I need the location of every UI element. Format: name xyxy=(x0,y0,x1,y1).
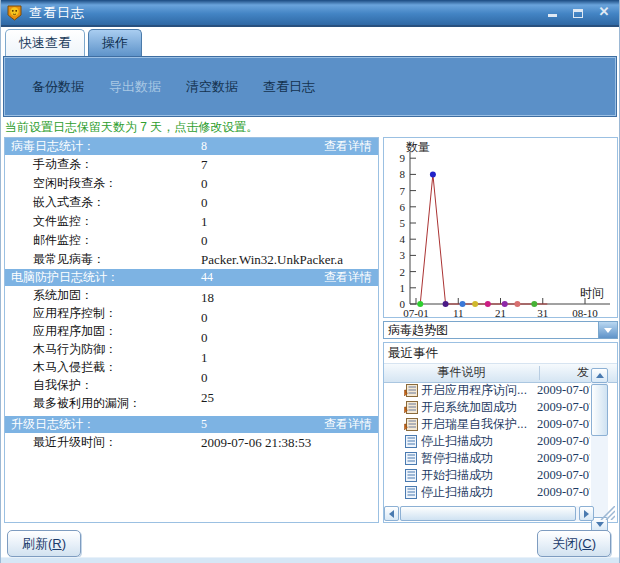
stat-label: 空闲时段查杀： xyxy=(33,176,117,190)
button-label: ) xyxy=(62,536,66,551)
maximize-button[interactable] xyxy=(571,5,585,19)
arrow-down-icon xyxy=(596,522,604,527)
event-description: 停止扫描成功 xyxy=(421,433,537,450)
events-table-header: 事件说明 发 xyxy=(384,364,617,383)
svg-text:31: 31 xyxy=(537,307,548,317)
minimize-button[interactable] xyxy=(545,5,559,19)
stat-value: 18 xyxy=(201,288,214,308)
scroll-left-button[interactable] xyxy=(384,506,399,521)
event-date: 2009-07-07 xyxy=(537,400,590,415)
stat-value: 0 xyxy=(201,231,208,250)
log-icon xyxy=(404,486,418,499)
arrow-left-icon xyxy=(389,510,394,518)
log-icon xyxy=(404,435,418,448)
table-row[interactable]: 开启应用程序访问... 2009-07-07 xyxy=(384,382,590,399)
event-description: 开启瑞星自我保护... xyxy=(421,416,537,433)
event-description: 开启系统加固成功 xyxy=(421,399,537,416)
event-description: 开始扫描成功 xyxy=(421,467,537,484)
stat-row: 文件监控：1 xyxy=(5,212,378,231)
svg-text:5: 5 xyxy=(400,217,406,229)
arrow-up-icon xyxy=(596,373,604,378)
table-row[interactable]: 开始扫描成功 2009-07-07 xyxy=(384,467,590,484)
vertical-scrollbar-thumb[interactable] xyxy=(591,384,608,436)
view-log-button[interactable]: 查看日志 xyxy=(259,76,319,98)
clear-data-button[interactable]: 清空数据 xyxy=(182,76,242,98)
maximize-icon xyxy=(573,9,583,18)
event-date: 2009-07-07 xyxy=(537,451,590,466)
accesskey: C xyxy=(582,536,591,551)
events-table-body: 开启应用程序访问... 2009-07-07 开启系统加固成功 2009-07-… xyxy=(384,382,590,501)
log-action-icon xyxy=(404,401,418,414)
rising-lion-icon xyxy=(6,4,23,21)
event-date: 2009-07-07 xyxy=(537,468,590,483)
table-row[interactable]: 开启系统加固成功 2009-07-07 xyxy=(384,399,590,416)
horizontal-scrollbar-thumb[interactable] xyxy=(400,506,576,521)
dropdown-arrow-button[interactable] xyxy=(598,322,617,338)
update-log-section-header: 升级日志统计： 5 查看详情 xyxy=(5,416,378,433)
stat-values-column: 18 0 0 1 0 25 xyxy=(201,288,214,408)
stat-value: Packer.Win32.UnkPacker.a xyxy=(201,250,343,269)
table-row[interactable]: 暂停扫描成功 2009-07-07 xyxy=(384,450,590,467)
refresh-button[interactable]: 刷新(R) xyxy=(7,530,81,557)
close-dialog-button[interactable]: 关闭(C) xyxy=(537,530,611,557)
stat-value: 0 xyxy=(201,174,208,193)
log-icon xyxy=(404,469,418,482)
view-details-link[interactable]: 查看详情 xyxy=(324,269,372,286)
scroll-up-button[interactable] xyxy=(591,368,608,383)
close-button[interactable]: ✕ xyxy=(597,5,611,19)
stat-label: 嵌入式查杀： xyxy=(33,195,105,209)
tab-bar: 快速查看 操作 xyxy=(5,29,142,56)
stat-row: 邮件监控：0 xyxy=(5,231,378,250)
column-header-date[interactable]: 发 xyxy=(541,364,589,381)
retention-notice[interactable]: 当前设置日志保留天数为 7 天，点击修改设置。 xyxy=(5,119,258,136)
svg-text:07-01: 07-01 xyxy=(403,307,429,317)
section-title: 升级日志统计： xyxy=(11,417,95,431)
stat-value: 0 xyxy=(201,368,214,388)
stat-value: 0 xyxy=(201,328,214,348)
operations-toolbar: 备份数据 导出数据 清空数据 查看日志 xyxy=(3,56,617,117)
protection-log-section-header: 电脑防护日志统计： 44 查看详情 xyxy=(5,269,378,286)
table-row[interactable]: 停止扫描成功 2009-07-07 xyxy=(384,484,590,501)
svg-text:数量: 数量 xyxy=(406,140,430,154)
chevron-down-icon xyxy=(604,328,612,333)
protection-log-rows: 系统加固： 应用程序控制： 应用程序加固： 木马行为防御： 木马入侵拦截： 自我… xyxy=(5,286,378,416)
svg-text:08-10: 08-10 xyxy=(572,307,598,317)
section-total: 5 xyxy=(201,416,207,433)
trend-type-dropdown[interactable]: 病毒趋势图 xyxy=(383,321,618,339)
stat-row: 手动查杀：7 xyxy=(5,155,378,174)
tab-quick-view[interactable]: 快速查看 xyxy=(5,29,85,56)
button-label: 刷新( xyxy=(22,535,52,553)
log-viewer-window: 查看日志 ✕ 快速查看 操作 备份数据 导出数据 清空数据 查看日志 当前设置日… xyxy=(0,0,620,563)
stat-row: 嵌入式查杀：0 xyxy=(5,193,378,212)
svg-text:11: 11 xyxy=(453,307,464,317)
resize-grip-icon[interactable] xyxy=(597,506,615,520)
svg-text:时间: 时间 xyxy=(580,286,604,300)
stat-label: 文件监控： xyxy=(33,214,93,228)
table-row[interactable]: 停止扫描成功 2009-07-07 xyxy=(384,433,590,450)
minimize-icon xyxy=(548,14,557,17)
svg-text:1: 1 xyxy=(400,282,406,294)
event-date: 2009-07-07 xyxy=(537,383,590,398)
log-icon xyxy=(404,452,418,465)
view-details-link[interactable]: 查看详情 xyxy=(324,138,372,155)
svg-text:8: 8 xyxy=(400,168,406,180)
horizontal-scrollbar[interactable] xyxy=(384,506,594,521)
virus-trend-chart-panel: 012345678907-0111213108-10数量时间 xyxy=(383,137,618,318)
view-details-link[interactable]: 查看详情 xyxy=(324,416,372,433)
button-label: ) xyxy=(592,536,596,551)
statistics-panel: 病毒日志统计： 8 查看详情 手动查杀：7 空闲时段查杀：0 嵌入式查杀：0 文… xyxy=(4,137,379,523)
svg-text:4: 4 xyxy=(400,233,406,245)
table-row[interactable]: 开启瑞星自我保护... 2009-07-07 xyxy=(384,416,590,433)
event-description: 停止扫描成功 xyxy=(421,484,537,501)
section-total: 44 xyxy=(201,269,213,286)
column-header-description[interactable]: 事件说明 xyxy=(384,364,539,381)
event-date: 2009-07-07 xyxy=(537,417,590,432)
event-date: 2009-07-07 xyxy=(537,485,590,500)
section-total: 8 xyxy=(201,138,207,155)
scroll-right-button[interactable] xyxy=(579,506,594,521)
stat-label: 邮件监控： xyxy=(33,233,93,247)
close-icon: ✕ xyxy=(599,5,610,19)
tab-operations[interactable]: 操作 xyxy=(88,29,142,56)
backup-data-button[interactable]: 备份数据 xyxy=(28,76,88,98)
stat-row: 空闲时段查杀：0 xyxy=(5,174,378,193)
